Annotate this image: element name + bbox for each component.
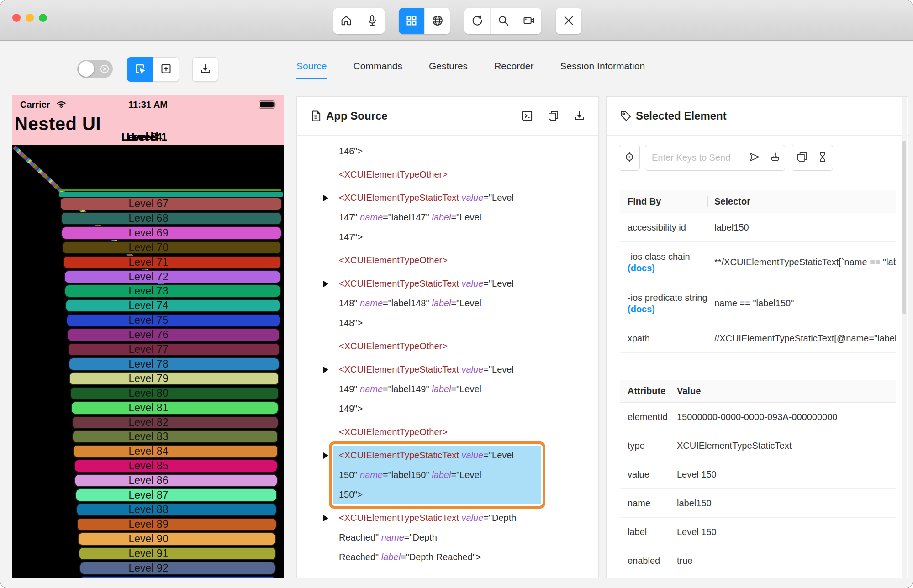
scrollbar-thumb[interactable] (902, 141, 906, 314)
source-line: 148"> (339, 313, 589, 333)
select-elements-button[interactable] (127, 57, 153, 82)
level-bar[interactable]: Level 84 (73, 445, 278, 458)
copy-source-icon[interactable] (547, 110, 559, 124)
level-bar[interactable]: Level 81 (71, 401, 279, 415)
copy-attributes-button[interactable] (792, 145, 813, 171)
level-bar[interactable]: Level 72 (64, 270, 281, 284)
level-bar-label: Level 81 (129, 402, 169, 414)
level-bar[interactable]: Level 68 (61, 212, 282, 225)
level-bar[interactable]: Level 91 (79, 547, 276, 560)
level-bar[interactable]: Level 67 (60, 197, 282, 210)
source-line: <XCUIElementTypeStaticText value="Level (339, 188, 589, 208)
tab-gestures[interactable]: Gestures (429, 55, 468, 79)
source-line: <XCUIElementTypeStaticText value="Level (339, 360, 589, 379)
source-line: <XCUIElementTypeOther> (339, 336, 589, 356)
selector-col-header: Selector (708, 196, 896, 207)
tab-source[interactable]: Source (296, 55, 327, 79)
source-tree-node[interactable]: <XCUIElementTypeOther> (297, 251, 589, 270)
level-bar[interactable]: Level 75 (66, 314, 280, 327)
source-tree-node-selected[interactable]: <XCUIElementTypeStaticText value="Level1… (297, 446, 589, 504)
minimize-window-button[interactable] (26, 14, 34, 22)
level-bar[interactable]: Level 77 (68, 343, 280, 356)
expand-arrow-icon[interactable] (323, 367, 328, 373)
appium-inspector-window: SourceCommandsGesturesRecorderSession In… (0, 0, 913, 588)
level-bar[interactable]: Level 74 (65, 299, 280, 312)
level-bar[interactable]: Level 86 (74, 474, 277, 487)
level-bar-label: Level 91 (129, 548, 169, 559)
selected-element-title: Selected Element (636, 110, 727, 122)
clock-label: 11:31 AM (12, 100, 284, 110)
home-button[interactable] (333, 8, 359, 34)
download-screenshot-button[interactable] (192, 57, 218, 82)
device-screenshot[interactable]: Carrier 11:31 AM Nested UI Level 8Level … (12, 95, 284, 578)
source-tree-node[interactable]: <XCUIElementTypeOther> (297, 165, 589, 184)
send-keys-button[interactable] (744, 145, 765, 171)
quit-session-button[interactable] (556, 8, 581, 34)
download-source-icon[interactable] (573, 110, 586, 124)
grid-view-button[interactable] (399, 8, 424, 34)
source-tree-node[interactable]: <XCUIElementTypeStaticText value="Level1… (297, 360, 589, 419)
level-bar[interactable]: Level 83 (72, 430, 278, 443)
level-bar-label: Level 76 (129, 329, 169, 341)
docs-link[interactable]: (docs) (628, 304, 708, 315)
inspector-tabs: SourceCommandsGesturesRecorderSession In… (296, 55, 645, 79)
panel-scrollbar[interactable] (902, 97, 907, 578)
expand-arrow-icon[interactable] (323, 281, 328, 287)
source-tree-node[interactable]: <XCUIElementTypeStaticText value="DepthR… (297, 508, 589, 567)
refresh-button[interactable] (464, 8, 490, 34)
source-tree-node[interactable]: <XCUIElementTypeOther> (297, 336, 589, 356)
source-line: Reached" name="Depth (339, 528, 589, 547)
source-tree-node[interactable]: <XCUIElementTypeOther> (297, 422, 589, 442)
find-by-row: -ios predicate string(docs)name == "labe… (620, 283, 896, 324)
source-line: <XCUIElementTypeStaticText value="Depth (339, 508, 589, 528)
expand-arrow-icon[interactable] (323, 515, 328, 521)
close-window-button[interactable] (12, 14, 21, 22)
level-bar[interactable]: Level 76 (67, 328, 280, 341)
source-tree-node[interactable]: <XCUIElementTypeStaticText value="Level1… (297, 274, 589, 333)
level-bar[interactable]: Level 90 (78, 532, 276, 546)
level-bar[interactable]: Level 82 (72, 416, 279, 429)
screenshot-interaction-toggle[interactable] (77, 60, 113, 78)
level-bar[interactable]: Level 89 (77, 518, 277, 531)
globe-button[interactable] (424, 8, 450, 34)
expand-arrow-icon[interactable] (323, 195, 328, 201)
level-bar-label: Level 70 (129, 242, 169, 253)
expand-arrow-icon[interactable] (323, 452, 328, 459)
level-bar[interactable]: Level 85 (74, 459, 278, 472)
tap-by-coordinates-button[interactable] (153, 57, 179, 82)
wait-timeout-button[interactable] (812, 145, 833, 171)
docs-link[interactable]: (docs) (628, 263, 708, 273)
attribute-row: namelabel150 (620, 489, 896, 518)
level-bar-label: Level 87 (129, 489, 169, 501)
status-bar: Carrier 11:31 AM (12, 99, 284, 111)
microphone-button[interactable] (359, 8, 385, 34)
level-bar[interactable]: Level 69 (61, 226, 282, 240)
tab-commands[interactable]: Commands (354, 55, 402, 79)
level-bar[interactable]: Level 87 (75, 488, 277, 502)
source-tree-node[interactable]: <XCUIElementTypeStaticText value="Level1… (297, 188, 589, 247)
source-line: <XCUIElementTypeStaticText value="Level (339, 274, 589, 294)
send-keys-input[interactable] (645, 145, 744, 171)
locate-element-button[interactable] (619, 145, 640, 171)
level-bar[interactable]: Level 70 (62, 241, 281, 254)
level-bar[interactable]: Level 88 (76, 503, 277, 516)
search-button[interactable] (490, 8, 516, 34)
level-bar[interactable]: Level 73 (64, 284, 281, 298)
session-button-group (464, 8, 541, 34)
attribute-value: label150 (671, 498, 896, 509)
screen-recording-button[interactable] (516, 8, 541, 34)
clear-keys-button[interactable] (765, 145, 785, 171)
zoom-window-button[interactable] (39, 14, 47, 22)
tab-recorder[interactable]: Recorder (494, 55, 533, 79)
tab-session-information[interactable]: Session Information (560, 55, 645, 79)
level-bar[interactable]: Level 93 (80, 576, 276, 578)
source-line: 147" name="label147" label="Level (339, 208, 589, 227)
source-line: <XCUIElementTypeOther> (339, 251, 589, 270)
level-bar[interactable]: Level 80 (70, 387, 279, 400)
level-bar[interactable]: Level 92 (79, 562, 276, 575)
level-bar[interactable]: Level 78 (69, 357, 280, 371)
level-bar[interactable]: Level 79 (69, 372, 279, 385)
level-bar[interactable]: Level 71 (63, 256, 281, 269)
open-terminal-icon[interactable] (521, 110, 533, 124)
source-tree-node[interactable]: 146"> (297, 142, 589, 161)
